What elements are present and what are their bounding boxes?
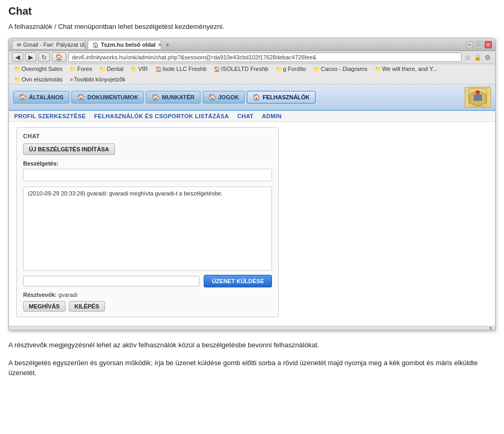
participants-row: Résztvevők: gvaradi xyxy=(23,292,272,298)
subnav-admin[interactable]: ADMIN xyxy=(262,113,282,119)
bookmark-icon-9: 📁 xyxy=(375,66,381,72)
chat-section: CHAT ÚJ BESZÉLGETÉS INDÍTÁSA Beszélgetés… xyxy=(16,127,279,317)
bookmark-more[interactable]: » További könyvjelzők xyxy=(68,76,127,83)
minimize-button[interactable]: ─ xyxy=(466,41,473,48)
browser-statusbar: ▼ xyxy=(9,326,495,330)
bookmark-overnight-sales[interactable]: 📁 Overnight Sales xyxy=(12,65,65,73)
participant-name: gvaradi xyxy=(58,292,77,298)
app-navbar: 🏠 ÁLTALÁNOS 🏠 DOKUMENTUMOK 🏠 MUNKATÉR 🏠 … xyxy=(9,85,495,111)
address-input[interactable] xyxy=(68,53,461,62)
bookmark-icon-8: 📁 xyxy=(313,66,320,72)
bookmark-vir[interactable]: 📁 VIR xyxy=(129,65,150,73)
nav-jogok-label: JOGOK xyxy=(218,94,239,100)
conversation-label: Beszélgetés: xyxy=(23,160,272,167)
leave-button[interactable]: KILÉPÉS xyxy=(69,301,105,312)
bookmark-cacoo[interactable]: 📁 Cacoo - Diagrams xyxy=(311,65,370,73)
browser-tab-2[interactable]: 🏠 Tszm.hu belső oldal ✕ xyxy=(88,40,161,49)
coat-of-arms-svg xyxy=(466,87,489,107)
nav-dokumentumok[interactable]: 🏠 DOKUMENTUMOK xyxy=(71,91,144,104)
maximize-button[interactable]: □ xyxy=(475,41,482,48)
bookmark-icon-4: 📁 xyxy=(131,66,137,72)
tab-close-2[interactable]: ✕ xyxy=(158,42,161,48)
nav-house-icon-1: 🏠 xyxy=(19,94,27,101)
invite-button[interactable]: MEGHÍVÁS xyxy=(23,301,66,312)
bookmark-forex[interactable]: 📁 Forex xyxy=(68,65,94,73)
chat-section-title: CHAT xyxy=(23,133,272,139)
bottom-text-2: A beszélgetés egyszerűen és gyorsan műkö… xyxy=(8,358,496,378)
bookmark-more-icon: » xyxy=(70,77,73,82)
browser-window: ✉ Gmail - Fwr: Pályázat útja... ✕ 🏠 Tszm… xyxy=(8,38,496,330)
subnav-profil[interactable]: PROFIL SZERKESZTÉSE xyxy=(14,113,86,119)
scroll-indicator: ▼ xyxy=(488,326,493,331)
bookmark-icon-1: 📁 xyxy=(14,66,20,72)
nav-house-icon-5: 🏠 xyxy=(253,94,260,101)
app-logo xyxy=(465,87,491,108)
chat-messages-area: (2010-09-29 20:33:28) gvaradi: gvaradi m… xyxy=(23,187,272,271)
bookmark-star-icon[interactable]: ☆ xyxy=(464,54,472,61)
bookmark-ovn[interactable]: 📁 Ovn elszámolás xyxy=(12,76,65,83)
bookmark-isole[interactable]: 🏠 Isole LLC Freshb xyxy=(153,65,209,73)
tools-icon[interactable]: ⚙ xyxy=(484,54,492,61)
nav-house-icon-2: 🏠 xyxy=(77,94,85,101)
browser-tab-1[interactable]: ✉ Gmail - Fwr: Pályázat útja... ✕ xyxy=(12,40,86,49)
browser-addressbar: ◀ ▶ ↻ 🏠 ☆ 🔒 ⚙ xyxy=(9,51,495,64)
bookmark-icon-6: 🏠 xyxy=(214,66,220,72)
subnav-chat[interactable]: CHAT xyxy=(237,113,254,119)
send-message-button[interactable]: ÜZENET KÜLDÉSE xyxy=(204,275,272,287)
browser-titlebar: ✉ Gmail - Fwr: Pályázat útja... ✕ 🏠 Tszm… xyxy=(9,38,495,51)
chat-input-row: ÜZENET KÜLDÉSE xyxy=(23,275,272,287)
bookmark-isoleltd[interactable]: 🏠 ISOLELTD Freshb xyxy=(212,65,270,73)
sub-navbar: PROFIL SZERKESZTÉSE FELHASZNÁLÓK ÉS CSOP… xyxy=(9,111,495,122)
nav-house-icon-4: 🏠 xyxy=(208,94,216,101)
nav-house-icon-3: 🏠 xyxy=(152,94,160,101)
new-tab-button[interactable]: + xyxy=(163,40,172,49)
nav-dokumentumok-label: DOKUMENTUMOK xyxy=(87,94,138,100)
nav-altalanos-label: ÁLTALÁNOS xyxy=(29,94,64,100)
browser-bookmarks-bar: 📁 Overnight Sales 📁 Forex 📁 Dental 📁 VIR… xyxy=(9,64,495,85)
intro-text: A felhasználók / Chat menüpontban lehet … xyxy=(8,23,496,30)
nav-altalanos[interactable]: 🏠 ÁLTALÁNOS xyxy=(13,91,69,104)
forward-button[interactable]: ▶ xyxy=(25,53,36,62)
nav-munkater-label: MUNKATÉR xyxy=(162,94,194,100)
lock-icon: 🔒 xyxy=(474,54,481,61)
svg-point-3 xyxy=(476,90,480,95)
bookmark-dental[interactable]: 📁 Dental xyxy=(97,65,125,73)
nav-jogok[interactable]: 🏠 JOGOK xyxy=(203,91,245,104)
subnav-felhasznalok[interactable]: FELHASZNÁLÓK ÉS CSOPORTOK LISTÁZÁSA xyxy=(94,113,229,119)
nav-munkater[interactable]: 🏠 MUNKATÉR xyxy=(146,91,200,104)
svg-rect-2 xyxy=(474,95,482,101)
nav-felhasznalok[interactable]: 🏠 FELHASZNÁLÓK xyxy=(247,91,316,104)
conversation-selector[interactable] xyxy=(23,169,272,181)
reload-button[interactable]: ↻ xyxy=(38,53,50,62)
app-content: CHAT ÚJ BESZÉLGETÉS INDÍTÁSA Beszélgetés… xyxy=(9,122,495,326)
nav-felhasznalok-label: FELHASZNÁLÓK xyxy=(262,94,310,100)
bookmark-fordito[interactable]: 📁 g Fordíto xyxy=(274,65,308,73)
back-button[interactable]: ◀ xyxy=(12,53,23,62)
bookmark-wewill[interactable]: 📁 We will there, and Y... xyxy=(373,65,439,73)
close-button[interactable]: ✕ xyxy=(485,41,492,48)
bookmark-icon-2: 📁 xyxy=(70,66,76,72)
page-title: Chat xyxy=(8,5,496,17)
tab-favicon-2: 🏠 xyxy=(92,42,99,48)
bookmark-icon-10: 📁 xyxy=(14,77,20,82)
bottom-text-1: A résztvevők megjegyzésnél lehet az aktí… xyxy=(8,340,496,350)
home-button[interactable]: 🏠 xyxy=(52,53,66,62)
bookmark-icon-5: 🏠 xyxy=(155,66,162,72)
participants-label: Résztvevők: xyxy=(23,292,57,298)
chat-message-1: (2010-09-29 20:33:28) gvaradi: gvaradi m… xyxy=(28,190,267,197)
tab-favicon-1: ✉ xyxy=(17,42,21,48)
new-conversation-button[interactable]: ÚJ BESZÉLGETÉS INDÍTÁSA xyxy=(23,143,115,155)
action-buttons: MEGHÍVÁS KILÉPÉS xyxy=(23,301,272,312)
bookmark-icon-7: 📁 xyxy=(276,66,282,72)
bookmark-icon-3: 📁 xyxy=(99,66,106,72)
message-input[interactable] xyxy=(23,276,200,286)
tab-label-1: Gmail - Fwr: Pályázat útja... xyxy=(23,42,86,48)
tab-label-2: Tszm.hu belső oldal xyxy=(101,42,155,48)
